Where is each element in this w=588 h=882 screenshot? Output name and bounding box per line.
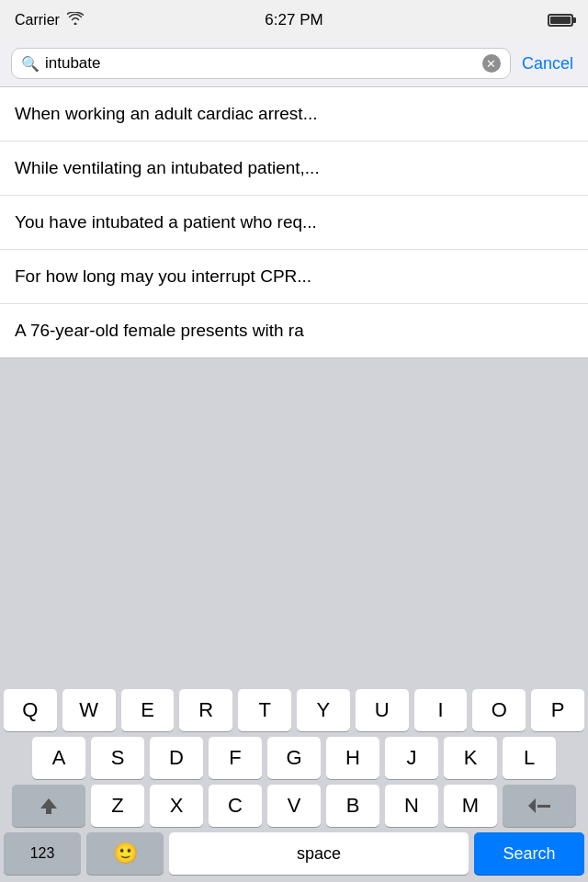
key-l[interactable]: L [503, 737, 556, 779]
cancel-button[interactable]: Cancel [518, 54, 577, 74]
result-item-1[interactable]: When working an adult cardiac arrest... [0, 87, 588, 141]
carrier-label: Carrier [15, 12, 60, 28]
key-p[interactable]: P [531, 689, 584, 731]
key-s[interactable]: S [91, 737, 144, 779]
key-c[interactable]: C [209, 785, 262, 827]
wifi-icon [67, 12, 84, 28]
key-j[interactable]: J [385, 737, 438, 779]
status-bar: Carrier 6:27 PM [0, 0, 588, 40]
key-v[interactable]: V [267, 785, 321, 827]
keyboard-row-1: Q W E R T Y U I O P [0, 684, 588, 731]
key-space[interactable]: space [169, 832, 469, 875]
key-y[interactable]: Y [297, 689, 350, 731]
key-u[interactable]: U [356, 689, 409, 731]
key-g[interactable]: G [267, 737, 321, 779]
status-time: 6:27 PM [265, 11, 322, 29]
status-right [548, 14, 573, 27]
key-f[interactable]: F [209, 737, 262, 779]
search-input-wrapper: 🔍 ✕ [11, 48, 511, 79]
key-shift[interactable] [12, 785, 85, 827]
keyboard-bottom-row: 123 🙂 space Search [0, 827, 588, 882]
key-i[interactable]: I [414, 689, 468, 731]
key-d[interactable]: D [150, 737, 203, 779]
key-r[interactable]: R [179, 689, 232, 731]
search-bar: 🔍 ✕ Cancel [0, 40, 588, 87]
key-e[interactable]: E [121, 689, 175, 731]
key-k[interactable]: K [444, 737, 497, 779]
keyboard-row-3: Z X C V B N M [0, 779, 588, 827]
key-h[interactable]: H [326, 737, 379, 779]
svg-marker-0 [40, 798, 57, 814]
key-m[interactable]: M [444, 785, 497, 827]
search-input[interactable] [45, 54, 477, 73]
keyboard-row-2: A S D F G H J K L [0, 731, 588, 779]
key-w[interactable]: W [62, 689, 116, 731]
key-t[interactable]: T [238, 689, 291, 731]
key-b[interactable]: B [326, 785, 379, 827]
status-left: Carrier [15, 12, 84, 28]
battery-icon [548, 14, 573, 27]
keyboard: Q W E R T Y U I O P A S D F G H J K L Z … [0, 684, 588, 882]
key-q[interactable]: Q [4, 689, 57, 731]
results-list: When working an adult cardiac arrest... … [0, 87, 588, 358]
key-search[interactable]: Search [474, 832, 584, 875]
key-a[interactable]: A [32, 737, 85, 779]
key-123[interactable]: 123 [4, 832, 81, 875]
key-z[interactable]: Z [91, 785, 144, 827]
result-item-3[interactable]: You have intubated a patient who req... [0, 196, 588, 250]
result-item-5[interactable]: A 76-year-old female presents with ra [0, 304, 588, 357]
key-o[interactable]: O [472, 689, 526, 731]
key-delete[interactable] [503, 785, 576, 827]
key-x[interactable]: X [150, 785, 203, 827]
result-item-4[interactable]: For how long may you interrupt CPR... [0, 250, 588, 304]
key-emoji[interactable]: 🙂 [86, 832, 164, 875]
clear-button[interactable]: ✕ [482, 54, 501, 73]
result-item-2[interactable]: While ventilating an intubated patient,.… [0, 141, 588, 196]
search-icon: 🔍 [21, 55, 40, 73]
key-n[interactable]: N [385, 785, 438, 827]
